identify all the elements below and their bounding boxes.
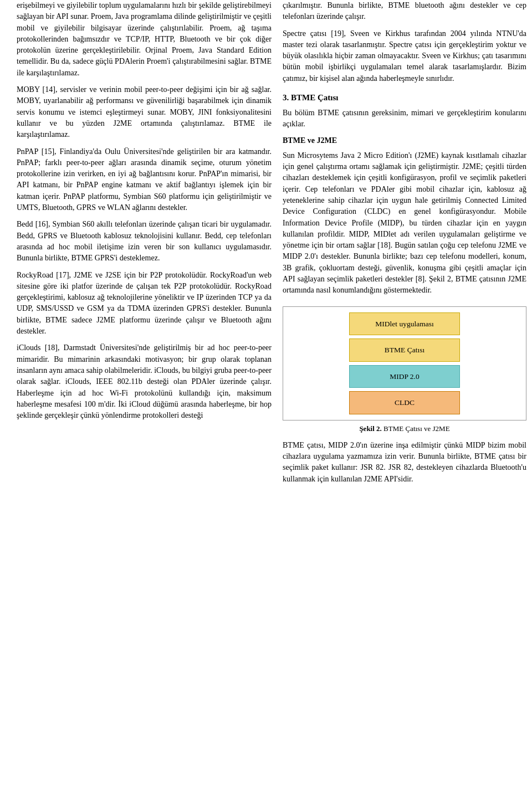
section-heading-btme: 3. BTME Çatısı (283, 92, 526, 104)
left-para-1: erişebilmeyi ve giyilebilir toplum uygul… (17, 0, 272, 79)
right-column: çıkarılmıştır. Bununla birlikte, BTME bl… (283, 0, 526, 490)
page-layout: erişebilmeyi ve giyilebilir toplum uygul… (0, 0, 532, 490)
left-column: erişebilmeyi ve giyilebilir toplum uygul… (17, 0, 272, 490)
right-para-1: çıkarılmıştır. Bununla birlikte, BTME bl… (283, 0, 526, 23)
diagram-box-midlet: MIDlet uygulaması (349, 312, 460, 336)
j2me-diagram: MIDlet uygulaması BTME Çatısı MIDP 2.0 C… (283, 306, 526, 420)
section-intro: Bu bölüm BTME çatısının gereksinim, mima… (283, 107, 526, 130)
left-para-6: iClouds [18], Darmstadt Üniversitesi'nde… (17, 342, 272, 421)
diagram-caption: Şekil 2. BTME Çatısı ve J2ME (283, 424, 526, 434)
diagram-box-cldc: CLDC (349, 391, 460, 414)
left-para-5: RockyRoad [17], J2ME ve J2SE için bir P2… (17, 270, 272, 337)
subsection-heading-j2me: BTME ve J2ME (283, 135, 526, 146)
caption-rest: BTME Çatısı ve J2ME (382, 424, 450, 433)
left-para-2: MOBY [14], servisler ve verinin mobil pe… (17, 84, 272, 140)
after-diagram-text: BTME çatısı, MIDP 2.0'ın üzerine inşa ed… (283, 440, 526, 485)
right-para-2: Spectre çatısı [19], Sveen ve Kirkhus ta… (283, 28, 526, 84)
left-para-3: PnPAP [15], Finlandiya'da Oulu Üniversit… (17, 146, 272, 214)
subsection-text: Sun Microsytems Java 2 Micro Edition'ı (… (283, 150, 526, 296)
caption-bold: Şekil 2. (359, 424, 381, 433)
diagram-box-btme: BTME Çatısı (349, 339, 460, 362)
left-para-4: Bedd [16], Symbian S60 akıllı telefonlar… (17, 219, 272, 264)
diagram-box-midp: MIDP 2.0 (349, 365, 460, 388)
